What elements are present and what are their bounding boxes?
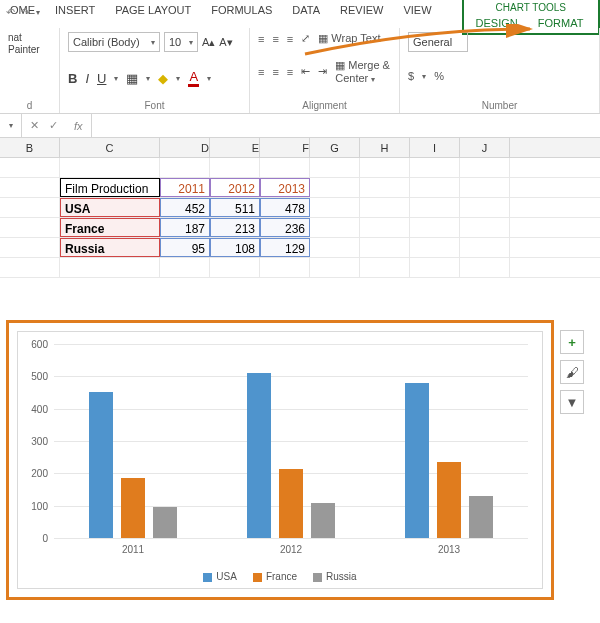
bar-france-2011[interactable] xyxy=(121,478,145,538)
wrap-text-button[interactable]: ▦ Wrap Text xyxy=(318,32,380,45)
bar-usa-2013[interactable] xyxy=(405,383,429,538)
legend-item[interactable]: Russia xyxy=(313,571,357,582)
formula-bar: ▾ ✕ ✓ fx xyxy=(0,114,600,138)
tab-insert[interactable]: INSERT xyxy=(45,0,105,22)
x-tick: 2013 xyxy=(438,544,460,555)
undo-button[interactable]: ↶ xyxy=(6,6,15,19)
shrink-font-button[interactable]: A▾ xyxy=(219,36,232,49)
format-painter-button[interactable]: nat Painter xyxy=(8,32,51,56)
indent-inc-icon[interactable]: ⇥ xyxy=(318,65,327,78)
orientation-icon[interactable]: ⤢ xyxy=(301,32,310,45)
number-group-label: Number xyxy=(408,100,591,111)
underline-button[interactable]: U xyxy=(97,71,106,86)
tab-view[interactable]: VIEW xyxy=(393,0,441,22)
table-cell[interactable]: 187 xyxy=(160,218,210,237)
chart-side-buttons: + 🖌 ▼ xyxy=(560,330,584,414)
table-cell[interactable]: 478 xyxy=(260,198,310,217)
col-header[interactable]: H xyxy=(360,138,410,157)
y-tick: 300 xyxy=(31,436,48,447)
currency-button[interactable]: $ xyxy=(408,70,414,82)
col-header[interactable]: I xyxy=(410,138,460,157)
table-cell[interactable]: 452 xyxy=(160,198,210,217)
col-header[interactable]: F xyxy=(260,138,310,157)
tab-review[interactable]: REVIEW xyxy=(330,0,393,22)
italic-button[interactable]: I xyxy=(85,71,89,86)
col-header[interactable]: B xyxy=(0,138,60,157)
bar-france-2013[interactable] xyxy=(437,462,461,538)
align-left-icon[interactable]: ≡ xyxy=(258,66,264,78)
font-color-button[interactable]: A xyxy=(188,69,199,87)
col-header[interactable]: G xyxy=(310,138,360,157)
bar-russia-2013[interactable] xyxy=(469,496,493,538)
chart-tools-label: CHART TOOLS xyxy=(466,0,596,15)
bar-russia-2012[interactable] xyxy=(311,503,335,538)
table-cell[interactable]: 236 xyxy=(260,218,310,237)
table-country[interactable]: USA xyxy=(60,198,160,217)
bar-usa-2012[interactable] xyxy=(247,373,271,538)
chart-area[interactable]: 0100200300400500600201120122013 USA Fran… xyxy=(17,331,543,589)
x-tick: 2011 xyxy=(122,544,144,555)
align-center-icon[interactable]: ≡ xyxy=(272,66,278,78)
clipboard-label: d xyxy=(8,100,51,111)
number-format-select[interactable]: General xyxy=(408,32,468,52)
table-cell[interactable]: 108 xyxy=(210,238,260,257)
fx-icon[interactable]: fx xyxy=(68,120,83,132)
cancel-icon[interactable]: ✕ xyxy=(30,119,39,132)
table-cell[interactable]: 213 xyxy=(210,218,260,237)
legend-item[interactable]: France xyxy=(253,571,297,582)
fill-color-button[interactable]: ◆ xyxy=(158,71,168,86)
bar-usa-2011[interactable] xyxy=(89,392,113,538)
font-size-select[interactable]: 10▾ xyxy=(164,32,198,52)
worksheet: B C D E F G H I J Film Production 2011 2… xyxy=(0,138,600,278)
ribbon-tabs: OME INSERT PAGE LAYOUT FORMULAS DATA REV… xyxy=(0,0,600,22)
border-button[interactable]: ▦ xyxy=(126,71,138,86)
font-group-label: Font xyxy=(68,100,241,111)
legend-item[interactable]: USA xyxy=(203,571,237,582)
tab-page-layout[interactable]: PAGE LAYOUT xyxy=(105,0,201,22)
table-year[interactable]: 2011 xyxy=(160,178,210,197)
clipboard-group: nat Painter d xyxy=(0,28,60,113)
tab-formulas[interactable]: FORMULAS xyxy=(201,0,282,22)
table-country[interactable]: Russia xyxy=(60,238,160,257)
indent-dec-icon[interactable]: ⇤ xyxy=(301,65,310,78)
chart-object[interactable]: 0100200300400500600201120122013 USA Fran… xyxy=(6,320,554,600)
enter-icon[interactable]: ✓ xyxy=(49,119,58,132)
align-bottom-icon[interactable]: ≡ xyxy=(287,33,293,45)
chart-styles-button[interactable]: 🖌 xyxy=(560,360,584,384)
align-right-icon[interactable]: ≡ xyxy=(287,66,293,78)
percent-button[interactable]: % xyxy=(434,70,444,82)
y-tick: 600 xyxy=(31,339,48,350)
col-header[interactable]: E xyxy=(210,138,260,157)
tab-data[interactable]: DATA xyxy=(282,0,330,22)
y-tick: 100 xyxy=(31,500,48,511)
align-top-icon[interactable]: ≡ xyxy=(258,33,264,45)
chart-filter-button[interactable]: ▼ xyxy=(560,390,584,414)
col-header[interactable]: D xyxy=(160,138,210,157)
table-year[interactable]: 2012 xyxy=(210,178,260,197)
plot-area[interactable]: 0100200300400500600201120122013 xyxy=(54,344,528,538)
table-country[interactable]: France xyxy=(60,218,160,237)
merge-center-button[interactable]: ▦ Merge & Center ▾ xyxy=(335,59,391,84)
table-cell[interactable]: 129 xyxy=(260,238,310,257)
bar-france-2012[interactable] xyxy=(279,469,303,538)
table-cell[interactable]: 511 xyxy=(210,198,260,217)
col-header[interactable]: C xyxy=(60,138,160,157)
table-year[interactable]: 2013 xyxy=(260,178,310,197)
name-box-dropdown[interactable]: ▾ xyxy=(0,114,22,137)
chart-elements-button[interactable]: + xyxy=(560,330,584,354)
align-middle-icon[interactable]: ≡ xyxy=(272,33,278,45)
bold-button[interactable]: B xyxy=(68,71,77,86)
table-cell[interactable]: 95 xyxy=(160,238,210,257)
chart-legend[interactable]: USA France Russia xyxy=(18,571,542,582)
bar-russia-2011[interactable] xyxy=(153,507,177,538)
y-tick: 400 xyxy=(31,403,48,414)
font-name-select[interactable]: Calibri (Body)▾ xyxy=(68,32,160,52)
x-tick: 2012 xyxy=(280,544,302,555)
font-group: Calibri (Body)▾ 10▾ A▴ A▾ B I U▾ ▦▾ ◆▾ A… xyxy=(60,28,250,113)
y-tick: 0 xyxy=(42,533,48,544)
redo-button[interactable]: ↷ xyxy=(21,6,30,19)
col-header[interactable]: J xyxy=(460,138,510,157)
grow-font-button[interactable]: A▴ xyxy=(202,36,215,49)
y-tick: 200 xyxy=(31,468,48,479)
table-corner[interactable]: Film Production xyxy=(60,178,160,197)
